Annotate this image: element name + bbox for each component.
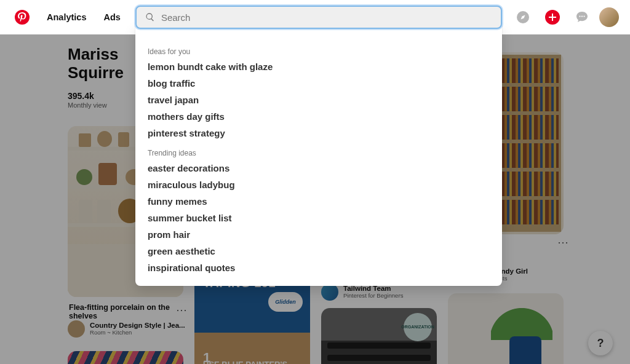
user-avatar[interactable]: [599, 7, 619, 27]
search-field[interactable]: [135, 6, 502, 29]
search-wrap: Ideas for you lemon bundt cake with glaz…: [135, 6, 502, 29]
chat-icon[interactable]: [570, 5, 594, 30]
nav-ads[interactable]: Ads: [97, 12, 126, 22]
suggestion-item[interactable]: inspirational quotes: [135, 259, 502, 276]
suggestion-item[interactable]: easter decorations: [135, 160, 502, 176]
suggestions-heading-trending: Trending ideas: [135, 146, 502, 160]
suggestion-item[interactable]: mothers day gifts: [135, 108, 502, 125]
pinterest-logo-icon[interactable]: [15, 10, 30, 25]
svg-point-0: [15, 10, 30, 25]
svg-point-5: [583, 16, 584, 17]
suggestions-heading-ideas: Ideas for you: [135, 45, 502, 58]
search-icon: [145, 12, 155, 22]
svg-point-3: [579, 16, 580, 17]
suggestion-item[interactable]: blog traffic: [135, 75, 502, 92]
compass-icon[interactable]: [511, 5, 535, 30]
add-icon[interactable]: [540, 5, 565, 30]
suggestion-item[interactable]: pinterest strategy: [135, 125, 502, 141]
search-input[interactable]: [161, 12, 492, 23]
search-suggestions: Ideas for you lemon bundt cake with glaz…: [135, 26, 502, 286]
suggestion-item[interactable]: funny memes: [135, 193, 502, 210]
suggestion-item[interactable]: prom hair: [135, 226, 502, 243]
suggestion-item[interactable]: green aesthetic: [135, 243, 502, 259]
suggestion-item[interactable]: lemon bundt cake with glaze: [135, 58, 502, 75]
svg-point-4: [581, 16, 583, 17]
suggestion-item[interactable]: miraculous ladybug: [135, 176, 502, 193]
nav-analytics[interactable]: Analytics: [41, 12, 92, 22]
suggestion-item[interactable]: summer bucket list: [135, 210, 502, 226]
header: Analytics Ads Ideas for you lemon bundt …: [0, 0, 630, 34]
suggestion-item[interactable]: travel japan: [135, 92, 502, 108]
